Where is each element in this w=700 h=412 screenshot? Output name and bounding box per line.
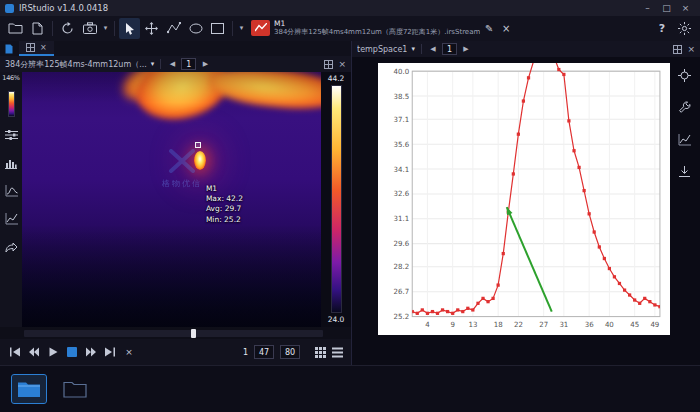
close-button[interactable]: × (676, 0, 695, 16)
stream-marker-label: M1 (274, 20, 480, 29)
open-folder-button[interactable] (5, 18, 26, 39)
stop-button[interactable] (65, 345, 79, 359)
rectangle-tool-button[interactable] (207, 18, 228, 39)
marker-name: M1 (206, 184, 243, 194)
grid-icon (26, 43, 35, 52)
svg-text:36: 36 (585, 320, 594, 329)
seek-handle[interactable] (191, 329, 196, 338)
new-file-icon (32, 22, 43, 35)
colorbar[interactable] (331, 85, 342, 313)
histogram-button[interactable] (5, 154, 17, 173)
export-chart-button[interactable] (678, 163, 691, 182)
svg-text:45: 45 (630, 320, 639, 329)
skip-start-button[interactable] (8, 345, 22, 359)
layout-grid-icon[interactable] (673, 45, 682, 54)
thermal-tab[interactable]: × (19, 41, 54, 56)
svg-text:4: 4 (425, 320, 430, 329)
total-frames-field[interactable]: 80 (280, 345, 300, 359)
svg-text:49: 49 (650, 320, 659, 329)
colorbar-column: 44.2 24.0 (321, 72, 351, 327)
svg-text:28.2: 28.2 (394, 262, 410, 271)
camera-capture-button[interactable] (79, 18, 100, 39)
file-icon[interactable] (3, 41, 15, 56)
svg-text:38.5: 38.5 (394, 92, 410, 101)
colorbar-max-label: 44.2 (328, 74, 345, 83)
temperature-chart[interactable]: 25.226.728.229.631.132.634.135.637.138.5… (378, 63, 670, 335)
layout-grid-icon[interactable] (324, 60, 333, 69)
prev-page-button[interactable]: ◀ (428, 45, 438, 53)
ellipse-tool-button[interactable] (185, 18, 206, 39)
list-view-icon[interactable] (332, 347, 343, 358)
probe-tool-button[interactable] (678, 67, 691, 86)
seek-slider[interactable] (24, 330, 323, 337)
colorbar-min-label: 24.0 (328, 315, 345, 324)
thermal-image-view[interactable]: 格物优信 M1 Max: 42.2 Avg: 29.7 Min: 25.2 (22, 72, 321, 327)
edit-stream-button[interactable]: ✎ (481, 23, 497, 34)
step-forward-button[interactable] (84, 345, 98, 359)
measurement-marker[interactable] (195, 142, 201, 148)
minimize-button[interactable]: – (638, 0, 657, 16)
next-page-button[interactable]: ▶ (200, 60, 210, 68)
tab-close-icon[interactable]: × (40, 43, 47, 52)
line-tool-button[interactable] (163, 18, 184, 39)
workspace-folder-button[interactable] (58, 375, 92, 403)
help-button[interactable]: ? (654, 22, 670, 35)
temp-curve-button[interactable] (5, 182, 18, 201)
svg-text:9: 9 (450, 320, 455, 329)
folder-icon (63, 380, 87, 398)
play-button[interactable] (46, 345, 60, 359)
profile-chart-button[interactable] (5, 210, 18, 229)
chevron-down-icon[interactable]: ▾ (151, 60, 155, 68)
close-icon: × (125, 347, 133, 357)
window-title: IRStudio v1.4.0.0418 (19, 3, 108, 13)
page-number-field[interactable]: 1 (181, 58, 196, 70)
export-share-button[interactable] (5, 238, 18, 257)
line-chart-icon (5, 213, 18, 225)
prev-page-button[interactable]: ◀ (167, 60, 177, 68)
grid-view-icon[interactable] (315, 347, 326, 358)
move-tool-button[interactable] (141, 18, 162, 39)
panel-close-icon[interactable]: × (687, 44, 695, 54)
thermal-arm (209, 72, 321, 114)
panel-close-icon[interactable]: × (338, 59, 346, 69)
toolbar-right-group: ? (654, 18, 695, 39)
svg-text:27: 27 (539, 320, 548, 329)
workspace-folder-button-active[interactable] (12, 375, 46, 403)
thermal-panel-header: 384分辨率125帧4ms-4mm12um（... ▾ ◀ 1 ▶ × (0, 56, 351, 72)
chart-type-button[interactable] (678, 131, 691, 150)
chevron-down-icon[interactable]: ▾ (411, 45, 415, 53)
palette-icon[interactable] (8, 91, 15, 117)
download-icon (678, 165, 691, 178)
step-forward-icon (85, 347, 97, 357)
new-file-button[interactable] (27, 18, 48, 39)
svg-text:35.6: 35.6 (394, 140, 410, 149)
sliders-icon (5, 129, 18, 141)
current-frame-field[interactable]: 47 (254, 345, 274, 359)
chart-panel-title: tempSpace1 (357, 45, 407, 54)
header-separator (421, 44, 422, 54)
seek-row (0, 327, 351, 339)
stream-info: M1 384分辨率125帧4ms4mm12um（高度72距离1米）.irsStr… (274, 20, 480, 37)
marker-avg: Avg: 29.7 (206, 204, 243, 214)
svg-text:32.6: 32.6 (394, 189, 410, 198)
chart-settings-button[interactable] (678, 99, 691, 118)
chart-panel-header: tempSpace1 ▾ ◀ 1 ▶ × (352, 41, 700, 57)
select-tool-button[interactable] (119, 18, 140, 39)
adjust-sliders-button[interactable] (5, 126, 18, 145)
folder-open-icon (8, 22, 23, 34)
next-page-button[interactable]: ▶ (461, 45, 471, 53)
skip-end-button[interactable] (103, 345, 117, 359)
playback-speed: 1 (243, 348, 248, 357)
stream-selector[interactable]: M1 384分辨率125帧4ms4mm12um（高度72距离1米）.irsStr… (251, 20, 480, 37)
camera-dropdown-caret-icon[interactable]: ▾ (101, 24, 110, 32)
close-stream-button[interactable]: × (498, 23, 514, 34)
page-number-field[interactable]: 1 (442, 43, 457, 55)
marker-dropdown-caret-icon[interactable]: ▾ (237, 24, 246, 32)
svg-text:25.2: 25.2 (394, 312, 410, 321)
refresh-button[interactable] (57, 18, 78, 39)
settings-button[interactable] (674, 18, 695, 39)
rectangle-icon (211, 23, 224, 34)
maximize-button[interactable]: □ (657, 0, 676, 16)
step-back-button[interactable] (27, 345, 41, 359)
cancel-playback-button[interactable]: × (122, 345, 136, 359)
